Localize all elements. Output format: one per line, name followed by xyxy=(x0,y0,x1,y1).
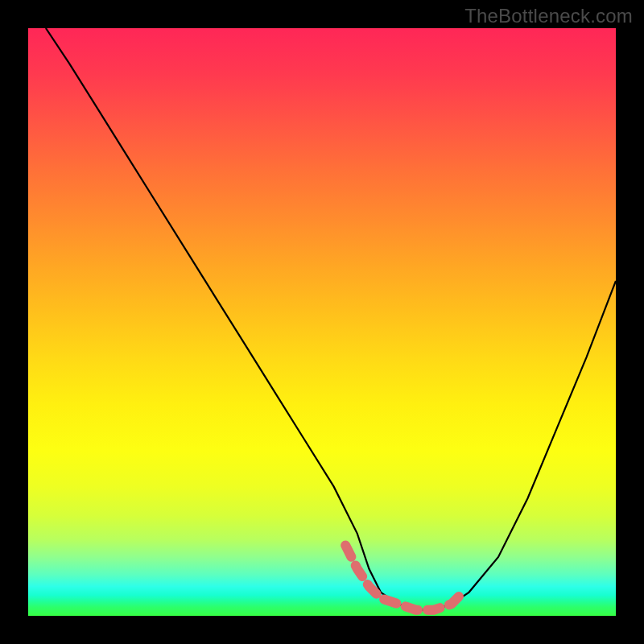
highlight-segment xyxy=(345,545,463,609)
bottleneck-curve xyxy=(46,28,616,610)
plot-area xyxy=(28,28,616,616)
chart-container: TheBottleneck.com xyxy=(0,0,644,644)
bottleneck-curve-svg xyxy=(28,28,616,616)
watermark-text: TheBottleneck.com xyxy=(464,5,633,27)
